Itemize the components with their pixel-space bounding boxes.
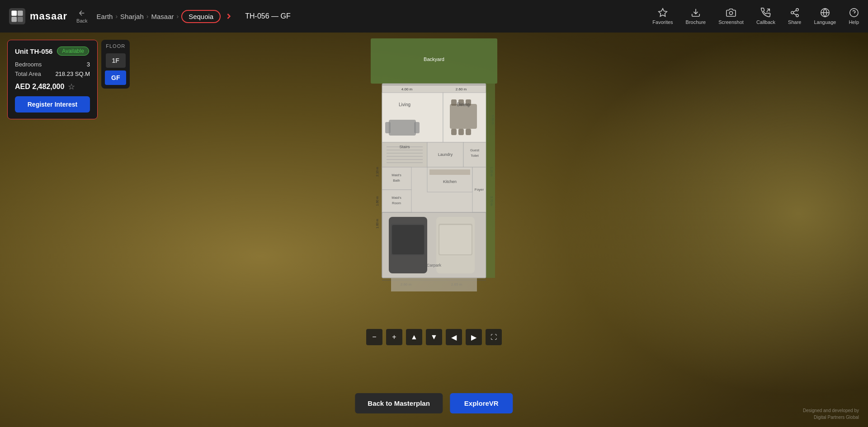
svg-point-9 bbox=[796, 9, 798, 11]
svg-marker-5 bbox=[659, 9, 667, 16]
svg-rect-73 bbox=[392, 225, 424, 254]
svg-rect-76 bbox=[439, 225, 472, 254]
svg-line-13 bbox=[793, 10, 796, 12]
svg-rect-60 bbox=[429, 169, 470, 175]
callback-action[interactable]: Callback bbox=[756, 8, 775, 25]
nav-controls: − + ▲ ▼ ◀ ▶ ⛶ bbox=[366, 329, 502, 345]
header: masaar Back Earth › Sharjah › Masaar › S… bbox=[0, 0, 868, 33]
svg-rect-2 bbox=[18, 10, 23, 16]
area-detail: Total Area 218.23 SQ.M bbox=[15, 70, 90, 77]
register-interest-button[interactable]: Register Interest bbox=[15, 96, 90, 113]
footer-credit: Designed and developed by Digital Partne… bbox=[803, 407, 859, 421]
svg-text:Laundry: Laundry bbox=[438, 152, 453, 157]
unit-number: Unit TH-056 bbox=[15, 47, 52, 55]
pan-right-button[interactable]: ▶ bbox=[466, 329, 482, 345]
breadcrumb-sequoia[interactable]: Sequoia bbox=[181, 10, 221, 23]
floor-1f-button[interactable]: 1F bbox=[106, 53, 126, 68]
svg-line-12 bbox=[793, 13, 796, 15]
help-action[interactable]: Help bbox=[849, 8, 859, 25]
svg-rect-28 bbox=[414, 122, 420, 133]
svg-rect-31 bbox=[450, 104, 477, 129]
zoom-in-button[interactable]: + bbox=[386, 329, 402, 345]
floorplan-svg: Backyard 4.00 m 2.60 m Living bbox=[366, 36, 502, 325]
svg-text:Toilet: Toilet bbox=[471, 154, 479, 158]
svg-text:2.60 m: 2.60 m bbox=[456, 87, 467, 91]
svg-text:Backyard: Backyard bbox=[424, 56, 444, 62]
svg-rect-4 bbox=[18, 17, 23, 22]
screenshot-action[interactable]: Screenshot bbox=[718, 8, 744, 25]
svg-point-16 bbox=[850, 9, 858, 17]
logo-text: masaar bbox=[30, 10, 67, 22]
svg-point-7 bbox=[729, 11, 732, 14]
info-panel: Unit TH-056 Available Bedrooms 3 Total A… bbox=[7, 40, 98, 119]
svg-rect-1 bbox=[11, 10, 17, 16]
breadcrumb: Earth › Sharjah › Masaar › Sequoia TH-05… bbox=[97, 10, 653, 23]
svg-text:Maid's: Maid's bbox=[392, 196, 401, 200]
svg-rect-3 bbox=[11, 17, 17, 22]
floorplan-container: Backyard 4.00 m 2.60 m Living bbox=[366, 36, 502, 345]
price-value: AED 2,482,000 bbox=[15, 83, 64, 91]
floor-label: FLOOR bbox=[106, 43, 125, 49]
svg-text:Bath: Bath bbox=[393, 178, 400, 183]
explore-vr-button[interactable]: ExploreVR bbox=[450, 393, 513, 413]
svg-text:1.60 m: 1.60 m bbox=[376, 219, 379, 229]
header-actions: Favorites Brochure Screenshot Callback bbox=[652, 8, 859, 25]
logo[interactable]: masaar bbox=[9, 8, 67, 24]
share-action[interactable]: Share bbox=[788, 8, 801, 25]
bedrooms-detail: Bedrooms 3 bbox=[15, 61, 90, 68]
svg-rect-26 bbox=[389, 120, 416, 136]
pan-left-button[interactable]: ◀ bbox=[446, 329, 462, 345]
unit-price: AED 2,482,000 ☆ bbox=[15, 82, 90, 92]
svg-point-11 bbox=[796, 14, 798, 17]
svg-text:Dining: Dining bbox=[457, 102, 470, 107]
expand-button[interactable]: ⛶ bbox=[486, 329, 502, 345]
unit-header: Unit TH-056 Available bbox=[15, 47, 90, 56]
svg-line-8 bbox=[767, 9, 769, 12]
back-button[interactable]: Back bbox=[76, 9, 87, 23]
svg-text:Carpark: Carpark bbox=[427, 263, 442, 267]
svg-text:2.10 m: 2.10 m bbox=[376, 167, 379, 177]
svg-rect-82 bbox=[486, 84, 495, 278]
unit-title: TH-056 — GF bbox=[245, 12, 290, 20]
svg-rect-35 bbox=[451, 129, 457, 135]
pan-down-button[interactable]: ▼ bbox=[426, 329, 442, 345]
svg-rect-83 bbox=[391, 278, 477, 291]
favorites-action[interactable]: Favorites bbox=[652, 8, 673, 25]
svg-text:Maid's: Maid's bbox=[392, 173, 401, 177]
svg-text:Kitchen: Kitchen bbox=[443, 179, 457, 184]
svg-text:Stairs: Stairs bbox=[399, 145, 410, 149]
svg-text:Room: Room bbox=[392, 201, 401, 205]
unit-status: Available bbox=[57, 47, 89, 56]
language-action[interactable]: Language bbox=[814, 8, 836, 25]
breadcrumb-masaar[interactable]: Masaar bbox=[151, 13, 174, 20]
zoom-out-button[interactable]: − bbox=[366, 329, 382, 345]
bottom-buttons: Back to Masterplan ExploreVR bbox=[355, 393, 513, 413]
svg-rect-36 bbox=[458, 129, 464, 135]
floorplan-wrapper: Backyard 4.00 m 2.60 m Living bbox=[366, 36, 502, 325]
svg-text:Living: Living bbox=[399, 102, 410, 107]
favorite-icon[interactable]: ☆ bbox=[68, 82, 75, 92]
svg-rect-32 bbox=[451, 99, 457, 106]
svg-text:1.60 m: 1.60 m bbox=[376, 196, 379, 206]
svg-rect-27 bbox=[385, 122, 391, 133]
svg-text:4.00 m: 4.00 m bbox=[401, 87, 413, 91]
svg-rect-37 bbox=[466, 129, 471, 135]
breadcrumb-sharjah[interactable]: Sharjah bbox=[120, 13, 144, 20]
floor-panel: FLOOR 1F GF bbox=[101, 40, 130, 89]
svg-text:Foyer: Foyer bbox=[475, 188, 484, 192]
svg-text:Guest: Guest bbox=[470, 148, 480, 152]
brochure-action[interactable]: Brochure bbox=[686, 8, 706, 25]
svg-point-10 bbox=[791, 11, 793, 14]
svg-rect-0 bbox=[9, 8, 25, 24]
floor-gf-button[interactable]: GF bbox=[105, 70, 126, 85]
back-to-masterplan-button[interactable]: Back to Masterplan bbox=[355, 393, 443, 413]
breadcrumb-earth[interactable]: Earth bbox=[97, 13, 113, 20]
pan-up-button[interactable]: ▲ bbox=[406, 329, 422, 345]
